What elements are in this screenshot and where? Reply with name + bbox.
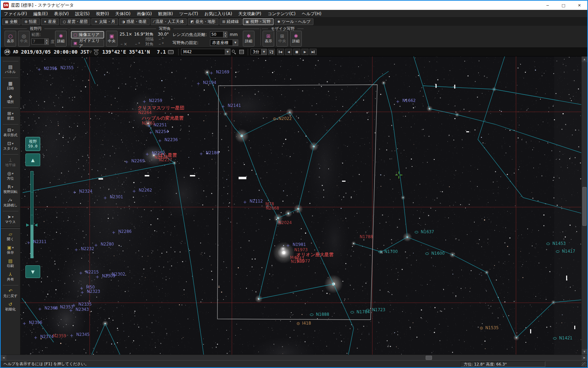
sidebar-item-印刷[interactable]: ▤印刷: [1, 257, 20, 270]
scroll-left-icon[interactable]: ◀: [1, 355, 6, 361]
play-button[interactable]: ▶: [301, 49, 308, 55]
minimize-button[interactable]: ─: [540, 1, 556, 10]
tab-全般[interactable]: ▦全般: [2, 18, 20, 25]
object-label[interactable]: N2068: [266, 206, 279, 211]
tab-視野・写野[interactable]: ▣視野・写野: [243, 18, 274, 25]
sidebar-item-元に戻す[interactable]: ↶元に戻す: [1, 287, 20, 300]
sidebar-item-視野回転[interactable]: R▼視野回転: [1, 183, 20, 196]
object-label[interactable]: N2345: [76, 332, 90, 337]
object-label[interactable]: N2264: [138, 110, 152, 115]
object-list-icon[interactable]: [239, 50, 244, 54]
object-label[interactable]: N1784: [356, 309, 370, 314]
field-circle-detail-button[interactable]: ✱ 詳細: [55, 31, 67, 47]
search-icon[interactable]: [232, 50, 236, 54]
mosaic-detail-button[interactable]: ✱ 詳細: [290, 31, 302, 47]
field-circle-center-button[interactable]: ◎ 中央: [18, 31, 30, 47]
object-label[interactable]: N2194: [203, 80, 216, 85]
skip-to-end-button[interactable]: ▶: [310, 49, 317, 55]
object-label[interactable]: N1723: [372, 307, 385, 312]
timezone-dropdown-icon[interactable]: ▽: [89, 50, 92, 54]
object-label[interactable]: N1973: [294, 247, 308, 252]
horizontal-scrollbar[interactable]: ◀ ▶: [1, 355, 587, 360]
sidebar-item-光跡残し[interactable]: ⁄▼光跡残し: [1, 197, 20, 209]
guide-area-toggle[interactable]: ▣ ガイドエリア: [71, 40, 104, 47]
object-label[interactable]: ハッブルの変光星雲: [142, 115, 184, 121]
object-label[interactable]: N2262: [139, 188, 152, 193]
object-label[interactable]: N2022: [278, 116, 292, 121]
object-label[interactable]: N2232: [81, 246, 94, 251]
sidebar-item-パネル[interactable]: ▤パネル: [1, 63, 20, 76]
menu-item-3[interactable]: 表示(V): [51, 10, 72, 18]
object-label[interactable]: N1977: [297, 259, 310, 264]
menu-item-8[interactable]: 観測(B): [155, 10, 176, 18]
object-search-combo[interactable]: M42 ▼: [181, 49, 230, 55]
object-label[interactable]: N2261: [142, 121, 155, 126]
tab-経緯線[interactable]: ⊞経緯線: [220, 18, 242, 25]
sidebar-item-日時[interactable]: ▦日時: [1, 80, 20, 92]
object-label[interactable]: N2286: [118, 229, 132, 234]
scroll-up-icon[interactable]: ▲: [582, 56, 587, 62]
object-label[interactable]: I418: [302, 321, 311, 326]
object-label[interactable]: N1535: [485, 325, 499, 330]
tab-昼光・地形[interactable]: ◩昼光・地形: [188, 18, 218, 25]
focal-length-input[interactable]: [210, 31, 223, 37]
menu-item-2[interactable]: 編集(E): [30, 10, 51, 18]
object-label[interactable]: N2323: [87, 289, 100, 294]
object-label[interactable]: N2374: [40, 334, 54, 339]
sidebar-item-保存[interactable]: ▣▼保存: [1, 244, 20, 257]
object-label[interactable]: N1888: [316, 312, 329, 317]
range-input[interactable]: [31, 38, 45, 44]
object-label[interactable]: N2024: [278, 220, 292, 225]
spin-up-icon[interactable]: ▲: [223, 31, 227, 35]
tab-流星・人工天体[interactable]: ⁄流星・人工天体: [151, 18, 187, 25]
step-back-button[interactable]: ◀: [285, 49, 292, 55]
object-label[interactable]: N2215: [85, 270, 99, 275]
object-label[interactable]: N2335: [78, 302, 92, 307]
sidebar-item-初期化[interactable]: ↺初期化: [1, 301, 20, 313]
tab-太陽・月[interactable]: ☀太陽・月: [91, 18, 118, 25]
sidebar-item-共有[interactable]: ⅄共有: [1, 271, 20, 283]
maximize-button[interactable]: □: [556, 1, 571, 10]
tab-星雲・星団[interactable]: ○星雲・星団: [60, 18, 90, 25]
object-label[interactable]: N2280: [101, 242, 114, 247]
object-label[interactable]: N1700: [384, 249, 398, 254]
object-label[interactable]: N2324: [79, 189, 92, 194]
tab-恒星[interactable]: ⊕恒星: [22, 18, 40, 25]
sidebar-item-マウス[interactable]: ➤▼マウス: [1, 213, 20, 226]
menu-item-7[interactable]: 画像(G): [134, 10, 155, 18]
resize-grip[interactable]: [582, 362, 586, 367]
close-button[interactable]: ✕: [571, 1, 587, 10]
spin-up-icon[interactable]: ▲: [45, 38, 49, 42]
range-spinner[interactable]: ▲▼: [31, 38, 49, 44]
object-label[interactable]: N2395: [44, 66, 57, 71]
scroll-down-icon[interactable]: ▼: [582, 349, 587, 355]
tab-ツール・ヘルプ[interactable]: ✱ツール・ヘルプ: [275, 18, 313, 25]
object-label[interactable]: N2311: [33, 239, 47, 244]
zoom-slider-track[interactable]: [30, 171, 34, 258]
object-label[interactable]: N2355: [60, 65, 74, 70]
object-label[interactable]: N1788: [360, 234, 373, 239]
menu-item-9[interactable]: ツール(T): [176, 10, 201, 18]
menu-item-1[interactable]: ファイル(F): [1, 10, 30, 18]
capture-area-toggle[interactable]: ▢ 撮像エリア: [71, 31, 104, 38]
object-label[interactable]: N1453: [552, 241, 566, 246]
horizontal-scroll-thumb[interactable]: [426, 356, 432, 360]
object-label[interactable]: N2396: [29, 320, 42, 325]
object-label[interactable]: N2259: [149, 98, 162, 103]
datetime-value[interactable]: 2019/03/05 20:00:00: [21, 49, 77, 55]
object-label[interactable]: N1637: [421, 229, 434, 234]
stop-button[interactable]: ■: [293, 49, 300, 55]
menu-item-12[interactable]: コンテンツ(C): [264, 10, 299, 18]
menu-item-5[interactable]: 視野(I): [93, 10, 112, 18]
object-label[interactable]: N2353: [60, 304, 73, 309]
vertical-scroll-thumb[interactable]: [582, 187, 587, 226]
star-chart[interactable]: N2395N2355N2169N2194N2141N2259N2251N2254…: [20, 56, 581, 355]
coordinate-system-select[interactable]: 赤道座標 ▼: [210, 40, 238, 46]
menu-item-11[interactable]: 天文現象(P): [235, 10, 265, 18]
zoom-out-button[interactable]: ▼: [25, 265, 40, 278]
mosaic-show-button[interactable]: ⊞ 表示: [263, 31, 274, 47]
spin-down-icon[interactable]: ▼: [223, 35, 227, 38]
photo-angle-detail-button[interactable]: ✱ 詳細: [243, 31, 254, 47]
object-label[interactable]: N2269: [131, 158, 145, 163]
object-label[interactable]: N2251: [154, 122, 167, 127]
